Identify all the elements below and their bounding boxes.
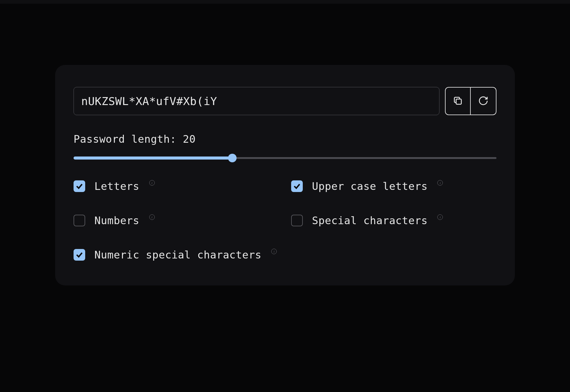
password-generator-card: Password length: 20 LettersiUpper case l… xyxy=(55,65,515,285)
length-value: 20 xyxy=(183,133,196,145)
info-icon[interactable]: i xyxy=(149,180,155,186)
window-topbar xyxy=(0,0,570,4)
info-icon[interactable]: i xyxy=(149,214,155,220)
checkbox-numbers[interactable] xyxy=(74,215,85,226)
option-label-special: Special characters xyxy=(312,214,428,227)
refresh-button[interactable] xyxy=(471,88,496,115)
checkbox-uppercase[interactable] xyxy=(291,180,303,192)
option-label-numeric_special: Numeric special characters xyxy=(94,249,261,261)
password-row xyxy=(74,87,496,115)
option-label-uppercase: Upper case letters xyxy=(312,180,428,192)
options-grid: LettersiUpper case lettersiNumbersiSpeci… xyxy=(74,180,496,261)
page-container: Password length: 20 LettersiUpper case l… xyxy=(0,4,570,285)
slider-thumb[interactable] xyxy=(228,154,237,162)
option-special: Special charactersi xyxy=(291,214,496,227)
password-action-group xyxy=(445,87,496,115)
option-label-letters: Letters xyxy=(94,180,139,192)
checkbox-special[interactable] xyxy=(291,215,303,226)
refresh-icon xyxy=(478,96,488,107)
length-label-prefix: Password length: xyxy=(74,133,183,145)
option-numbers: Numbersi xyxy=(74,214,279,227)
info-icon[interactable]: i xyxy=(437,214,443,220)
slider-fill xyxy=(74,156,232,160)
svg-rect-0 xyxy=(456,99,461,104)
option-uppercase: Upper case lettersi xyxy=(291,180,496,192)
copy-icon xyxy=(453,96,463,107)
copy-button[interactable] xyxy=(446,88,471,115)
length-section: Password length: 20 xyxy=(74,133,496,162)
checkbox-letters[interactable] xyxy=(74,180,85,192)
info-icon[interactable]: i xyxy=(437,180,443,186)
length-label: Password length: 20 xyxy=(74,133,496,145)
option-label-numbers: Numbers xyxy=(94,214,139,227)
length-slider[interactable] xyxy=(74,154,496,162)
option-letters: Lettersi xyxy=(74,180,279,192)
info-icon[interactable]: i xyxy=(271,249,277,254)
checkbox-numeric_special[interactable] xyxy=(74,249,85,261)
option-numeric_special: Numeric special charactersi xyxy=(74,249,279,261)
password-output-field[interactable] xyxy=(74,87,439,115)
